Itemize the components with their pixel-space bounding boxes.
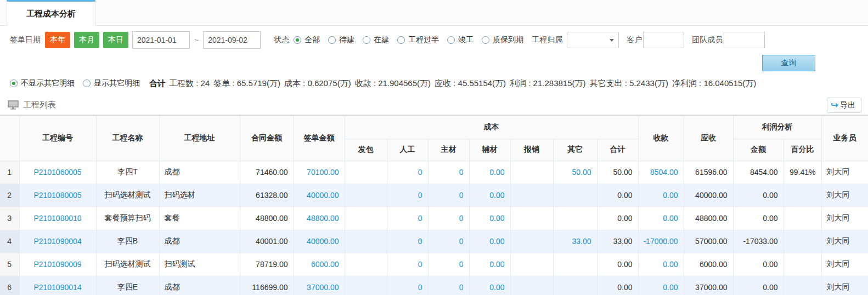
- status-option[interactable]: 质保到期: [482, 35, 523, 45]
- status-option[interactable]: 竣工: [447, 35, 474, 45]
- cost-total: 0.00: [597, 253, 638, 276]
- sign-amount-link[interactable]: 40000.00: [294, 184, 345, 207]
- cost-aux-material-link[interactable]: 0.00: [469, 230, 510, 253]
- cost-main-material-link[interactable]: 0: [428, 230, 469, 253]
- row-number: 4: [0, 230, 19, 253]
- sign-amount-link[interactable]: 48800.00: [294, 207, 345, 230]
- cost-aux-material-link[interactable]: 0.00: [469, 184, 510, 207]
- row-number: 6: [0, 276, 19, 295]
- project-name: 李四T: [96, 161, 159, 184]
- cost-aux-material-link[interactable]: 0.00: [469, 253, 510, 276]
- detail-toggle-option[interactable]: 显示其它明细: [83, 78, 140, 88]
- cost-main-material-link[interactable]: 0: [428, 184, 469, 207]
- status-option-label: 质保到期: [493, 35, 523, 45]
- cost-aux-material-link[interactable]: 0.00: [469, 161, 510, 184]
- table-row: 5P2101090009扫码选材测试扫码测试78719.006000.00000…: [0, 253, 868, 276]
- team-member-input[interactable]: [724, 32, 765, 48]
- cost-aux-material-link[interactable]: 0.00: [469, 276, 510, 295]
- tab-project-cost-analysis[interactable]: 工程成本分析: [7, 0, 95, 26]
- project-code-link[interactable]: P2101060005: [19, 161, 96, 184]
- received-amount-link[interactable]: 0.00: [638, 276, 684, 295]
- received-amount-link[interactable]: -17000.00: [638, 230, 684, 253]
- contract-amount: 48800.00: [240, 207, 294, 230]
- search-button[interactable]: 查询: [762, 55, 815, 71]
- received-amount-link[interactable]: 8504.00: [638, 161, 684, 184]
- cost-reimburse: [510, 161, 553, 184]
- cost-labor-link[interactable]: 0: [387, 230, 428, 253]
- status-option[interactable]: 在建: [363, 35, 389, 45]
- radio-icon: [363, 36, 370, 44]
- detail-toggle-option[interactable]: 不显示其它明细: [10, 78, 75, 88]
- sign-amount-link[interactable]: 6000.00: [294, 253, 345, 276]
- date-to-input[interactable]: [203, 31, 261, 49]
- status-option[interactable]: 全部: [294, 35, 320, 45]
- contract-amount: 40001.00: [240, 230, 294, 253]
- project-code-link[interactable]: P2101090014: [19, 276, 96, 295]
- header-project-name: 工程名称: [96, 116, 159, 161]
- receivable-amount: 37000.00: [684, 276, 733, 295]
- project-owner-select[interactable]: [567, 32, 619, 48]
- header-index: [0, 116, 19, 161]
- detail-toggle-group: 不显示其它明细显示其它明细: [10, 78, 148, 89]
- salesperson: 刘大同: [821, 184, 868, 207]
- radio-icon: [482, 36, 489, 44]
- project-code-link[interactable]: P2101090009: [19, 253, 96, 276]
- cost-other-link[interactable]: 33.00: [553, 230, 597, 253]
- header-cost-reimburse: 报销: [510, 139, 553, 161]
- table-row: 4P2101090004李四B成都40001.0040000.00000.003…: [0, 230, 868, 253]
- status-option-label: 全部: [305, 35, 320, 45]
- cost-main-material-link[interactable]: 0: [428, 207, 469, 230]
- status-option[interactable]: 工程过半: [397, 35, 439, 45]
- cost-labor-link[interactable]: 0: [387, 253, 428, 276]
- export-label: 导出: [840, 100, 855, 110]
- cost-total: 50.00: [597, 161, 638, 184]
- cost-outsource: [345, 276, 387, 295]
- cost-reimburse: [510, 253, 553, 276]
- cost-labor-link[interactable]: 0: [387, 276, 428, 295]
- this-year-button[interactable]: 本年: [45, 32, 70, 48]
- header-cost-total: 合计: [597, 139, 638, 161]
- receivable-amount: 40000.00: [684, 184, 733, 207]
- today-button[interactable]: 本日: [103, 32, 128, 48]
- project-name: 扫码选材测试: [96, 184, 159, 207]
- sign-amount-link[interactable]: 40000.00: [294, 230, 345, 253]
- cost-reimburse: [510, 184, 553, 207]
- status-option[interactable]: 待建: [328, 35, 354, 45]
- cost-main-material-link[interactable]: 0: [428, 253, 469, 276]
- customer-input[interactable]: [643, 32, 684, 48]
- export-arrow-icon: ↪: [831, 100, 838, 110]
- profit-percent: [784, 184, 821, 207]
- status-option-label: 竣工: [458, 35, 474, 45]
- chevron-down-icon: [610, 39, 614, 42]
- received-amount-link[interactable]: 0.00: [638, 184, 684, 207]
- header-cost-labor: 人工: [387, 139, 428, 161]
- header-cost-aux-material: 辅材: [469, 139, 510, 161]
- cost-main-material-link[interactable]: 0: [428, 276, 469, 295]
- project-code-link[interactable]: P2101090004: [19, 230, 96, 253]
- cost-aux-material-link[interactable]: 0.00: [469, 207, 510, 230]
- sign-amount-link[interactable]: 70100.00: [294, 161, 345, 184]
- cost-labor-link[interactable]: 0: [387, 207, 428, 230]
- project-name: 李四E: [96, 276, 159, 295]
- received-amount-link[interactable]: 0.00: [638, 207, 684, 230]
- profit-amount: 0.00: [733, 276, 784, 295]
- date-from-input[interactable]: [132, 31, 190, 49]
- header-cost-group: 成本: [345, 116, 638, 139]
- sign-date-label: 签单日期: [10, 35, 41, 45]
- summary-items: 工程数 : 24签单 : 65.5719(万)成本 : 0.62075(万)收款…: [169, 78, 760, 89]
- table-row: 3P2101080010套餐预算扫码套餐48800.0048800.00000.…: [0, 207, 868, 230]
- receivable-amount: 57000.00: [684, 230, 733, 253]
- cost-main-material-link[interactable]: 0: [428, 161, 469, 184]
- project-code-link[interactable]: P2101080005: [19, 184, 96, 207]
- radio-icon: [397, 36, 405, 44]
- sign-amount-link[interactable]: 37000.00: [294, 276, 345, 295]
- received-amount-link[interactable]: 0.00: [638, 253, 684, 276]
- salesperson: 刘大同: [821, 207, 868, 230]
- cost-labor-link[interactable]: 0: [387, 184, 428, 207]
- this-month-button[interactable]: 本月: [74, 32, 99, 48]
- cost-other-link[interactable]: 50.00: [553, 161, 597, 184]
- export-button[interactable]: ↪ 导出: [827, 98, 861, 113]
- project-code-link[interactable]: P2101080010: [19, 207, 96, 230]
- radio-icon: [447, 36, 455, 44]
- cost-labor-link[interactable]: 0: [387, 161, 428, 184]
